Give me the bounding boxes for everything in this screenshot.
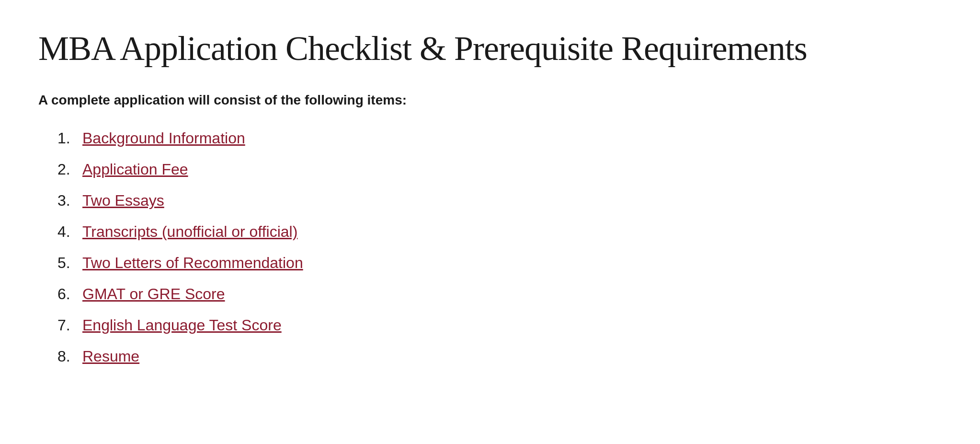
checklist-link-7[interactable]: English Language Test Score — [82, 316, 282, 334]
checklist-link-2[interactable]: Application Fee — [82, 161, 188, 178]
list-number: 5. — [57, 254, 77, 272]
list-item: 2.Application Fee — [57, 161, 942, 178]
checklist-link-3[interactable]: Two Essays — [82, 192, 164, 210]
checklist-link-6[interactable]: GMAT or GRE Score — [82, 285, 225, 303]
list-number: 8. — [57, 348, 77, 365]
list-item: 4.Transcripts (unofficial or official) — [57, 223, 942, 241]
list-number: 4. — [57, 223, 77, 241]
list-number: 3. — [57, 192, 77, 210]
list-item: 5.Two Letters of Recommendation — [57, 254, 942, 272]
list-item: 3.Two Essays — [57, 192, 942, 210]
checklist-link-5[interactable]: Two Letters of Recommendation — [82, 254, 303, 272]
checklist-link-4[interactable]: Transcripts (unofficial or official) — [82, 223, 297, 241]
page-title: MBA Application Checklist & Prerequisite… — [38, 29, 942, 69]
list-item: 7.English Language Test Score — [57, 316, 942, 334]
list-item: 8.Resume — [57, 348, 942, 365]
list-item: 1.Background Information — [57, 129, 942, 147]
checklist-link-1[interactable]: Background Information — [82, 129, 245, 147]
list-number: 2. — [57, 161, 77, 178]
intro-paragraph: A complete application will consist of t… — [38, 93, 942, 108]
list-number: 6. — [57, 285, 77, 303]
list-number: 1. — [57, 129, 77, 147]
list-item: 6.GMAT or GRE Score — [57, 285, 942, 303]
checklist-link-8[interactable]: Resume — [82, 348, 139, 365]
list-number: 7. — [57, 316, 77, 334]
checklist: 1.Background Information2.Application Fe… — [57, 129, 942, 365]
